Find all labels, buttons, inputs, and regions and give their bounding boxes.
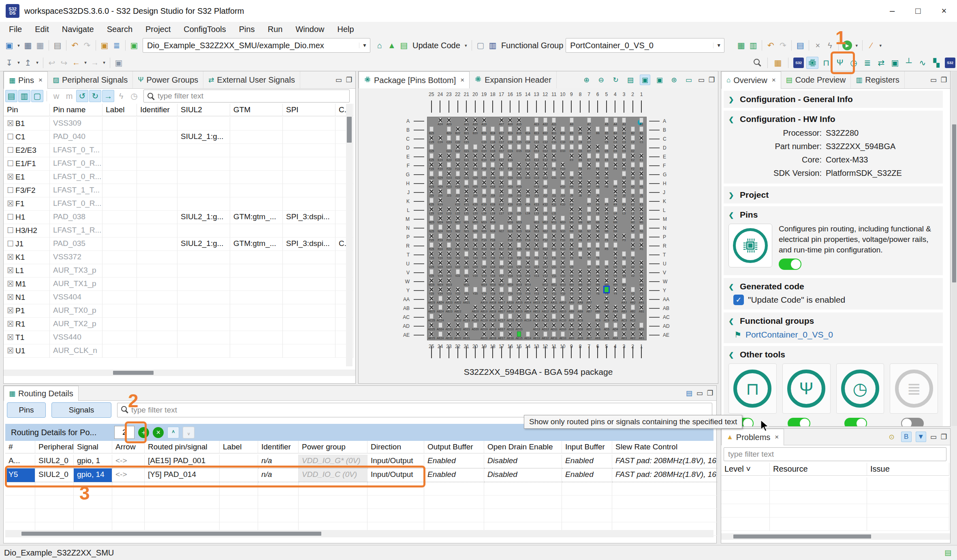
bga-pin[interactable] (456, 260, 460, 265)
bga-pin[interactable] (587, 135, 591, 141)
bga-pin[interactable] (596, 287, 600, 292)
bga-pin[interactable] (622, 153, 626, 158)
bga-pin[interactable] (491, 242, 495, 248)
bga-pin[interactable] (534, 171, 538, 176)
pins-table-row[interactable]: ☒U1AUR_CLK_n (4, 344, 355, 358)
bga-pin[interactable] (570, 189, 574, 194)
bga-pin[interactable] (631, 260, 635, 265)
bga-pin[interactable] (526, 135, 530, 141)
bga-pin[interactable] (491, 323, 495, 328)
chevron-right-icon[interactable]: ❯ (728, 191, 735, 199)
bga-pin[interactable] (526, 207, 530, 212)
bga-pin[interactable] (456, 314, 460, 319)
section-other-tools[interactable]: ❮ Other tools ⊓Ψ◷≣ →DDR (724, 346, 943, 426)
b-toggle-icon[interactable]: B (901, 432, 912, 442)
checkbox-checked-icon[interactable]: ☒ (7, 199, 14, 208)
bga-pin[interactable] (429, 314, 434, 319)
bga-pin[interactable] (438, 153, 442, 158)
bga-pin[interactable] (526, 144, 530, 150)
bga-pin[interactable] (500, 323, 504, 328)
bga-pin[interactable] (482, 162, 486, 167)
bga-pin[interactable] (447, 260, 451, 265)
bga-pin[interactable] (482, 251, 486, 256)
export-dropdown-icon[interactable]: ▾ (34, 60, 41, 65)
bga-pin[interactable] (456, 153, 460, 158)
menu-navigate[interactable]: Navigate (56, 25, 100, 34)
bga-pin[interactable] (561, 198, 565, 203)
bga-pin[interactable] (561, 260, 565, 265)
bga-pin[interactable] (561, 305, 565, 310)
bga-pin[interactable] (447, 216, 451, 221)
bga-pin[interactable] (587, 216, 591, 221)
pins-table-row[interactable]: ☒M1AUR_TX1_p (4, 278, 355, 291)
bga-pin[interactable] (639, 198, 643, 203)
bga-pin[interactable] (500, 224, 504, 230)
bga-pin[interactable] (438, 251, 442, 256)
peripherals-tool-toggle[interactable] (788, 418, 810, 426)
bga-pin[interactable] (622, 287, 626, 292)
bga-pin[interactable] (543, 189, 547, 194)
bga-pin[interactable] (570, 233, 574, 239)
bga-pin[interactable] (517, 189, 521, 194)
bga-pin[interactable] (605, 233, 609, 239)
bga-pin[interactable] (578, 224, 582, 230)
bga-pin[interactable] (605, 144, 609, 150)
bga-pin[interactable] (570, 251, 574, 256)
checkbox-checked-icon[interactable]: ☒ (7, 280, 14, 288)
bga-pin[interactable] (464, 162, 468, 167)
pins-table-row[interactable]: ☒T1VSS440 (4, 331, 355, 344)
bga-pin[interactable] (508, 331, 512, 337)
maximize-panel-icon[interactable]: ❐ (941, 433, 947, 441)
bga-pin[interactable] (570, 198, 574, 203)
bga-pin[interactable] (613, 269, 617, 274)
bga-pin[interactable] (491, 331, 495, 337)
bga-pin[interactable] (639, 242, 643, 248)
maximize-panel-icon[interactable]: ❐ (941, 76, 947, 84)
bga-pin[interactable] (438, 207, 442, 212)
bga-pin[interactable] (473, 189, 477, 194)
bga-pin[interactable] (605, 171, 609, 176)
bga-pin[interactable] (482, 287, 486, 292)
bga-pin[interactable] (622, 198, 626, 203)
bga-pin[interactable] (631, 162, 635, 167)
bga-pin[interactable] (482, 242, 486, 248)
bga-pin[interactable] (500, 135, 504, 141)
bga-pin[interactable] (500, 278, 504, 283)
bga-pin[interactable] (639, 162, 643, 167)
problems-horizontal-scrollbar[interactable] (721, 533, 950, 540)
bga-pin[interactable] (491, 314, 495, 319)
bga-pin[interactable] (473, 162, 477, 167)
bga-pin[interactable] (596, 305, 600, 310)
pins-tool-toggle[interactable] (779, 259, 801, 270)
bga-pin[interactable] (534, 242, 538, 248)
checkbox-unchecked-icon[interactable]: ☐ (7, 159, 14, 168)
bga-pin[interactable] (561, 189, 565, 194)
bga-pin[interactable] (429, 331, 434, 337)
bga-pin[interactable] (631, 198, 635, 203)
bga-pin[interactable] (491, 180, 495, 185)
bga-pin[interactable] (570, 260, 574, 265)
bga-pin[interactable] (517, 296, 521, 301)
bga-pin[interactable] (447, 224, 451, 230)
routing-signals-button[interactable]: Signals (51, 402, 111, 418)
bga-pin[interactable] (570, 216, 574, 221)
bga-pin[interactable] (622, 135, 626, 141)
pins-table-row[interactable]: ☒R1AUR_TX2_p (4, 318, 355, 331)
bga-pin[interactable] (508, 144, 512, 150)
bga-pin[interactable] (500, 287, 504, 292)
bga-pin[interactable] (587, 126, 591, 132)
bga-pin[interactable] (456, 233, 460, 239)
bga-pin[interactable] (491, 144, 495, 150)
bga-pin[interactable] (526, 242, 530, 248)
bga-pin[interactable] (639, 135, 643, 141)
menu-edit[interactable]: Edit (28, 25, 55, 34)
bga-pin[interactable] (613, 278, 617, 283)
bga-pin[interactable] (631, 171, 635, 176)
clocks-tool-card[interactable]: ⊓ (728, 363, 777, 414)
tab-overview[interactable]: ⌂Overview× (721, 71, 781, 89)
bga-pin[interactable] (464, 118, 468, 123)
bga-pin[interactable] (491, 153, 495, 158)
bga-pin[interactable] (491, 207, 495, 212)
bga-pin[interactable] (613, 233, 617, 239)
bga-pin[interactable] (561, 216, 565, 221)
